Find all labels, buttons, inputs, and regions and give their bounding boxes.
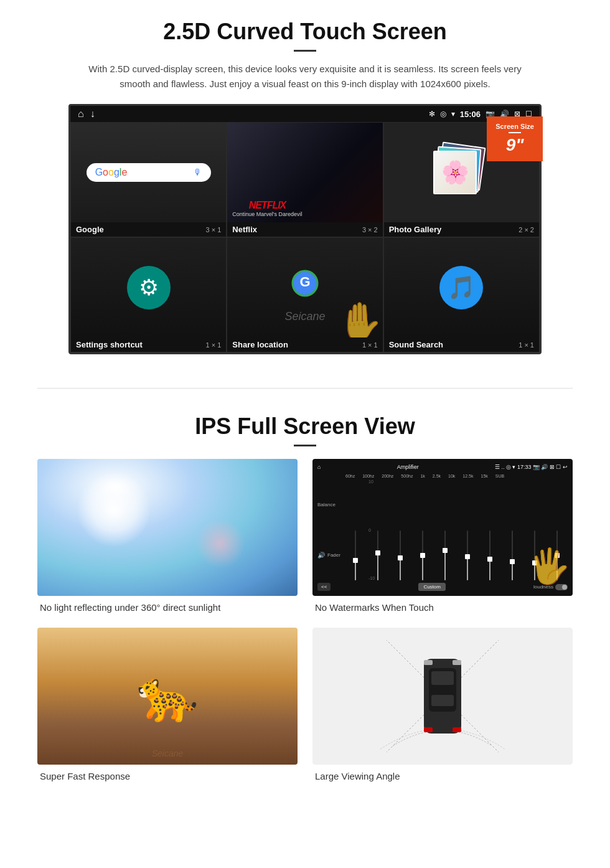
slider-thumb-5[interactable] — [443, 548, 448, 553]
section2-divider — [294, 445, 316, 446]
sunlight-image-box — [37, 459, 298, 596]
freq-1k: 1k — [420, 474, 425, 478]
slider-thumb-8[interactable] — [510, 559, 515, 564]
sound-label: Sound Search — [389, 340, 443, 349]
slider-fill-4 — [422, 555, 423, 580]
maps-icon-svg: G — [289, 268, 321, 305]
settings-label-row: Settings shortcut 1 × 1 — [71, 337, 226, 352]
amp-labels-col: Balance 🔊 Fader — [317, 479, 342, 580]
slider-fill-3 — [400, 558, 401, 580]
sunlight-glare — [77, 473, 151, 547]
freq-10k: 10k — [448, 474, 455, 478]
ips-car-item: Large Viewing Angle — [312, 628, 573, 781]
amp-scale: 10 0 -10 — [368, 479, 375, 580]
slider-5[interactable] — [434, 531, 455, 580]
slider-fill-5 — [444, 550, 446, 580]
netflix-bg: ▶ NETFLIX Continue Marvel's Daredevil — [227, 123, 382, 222]
seicane-watermark: Seicane — [152, 748, 184, 758]
amp-balance-text: Balance — [317, 502, 336, 507]
freq-60: 60hz — [345, 474, 355, 478]
slider-fill-7 — [489, 559, 490, 580]
share-label: Share location — [232, 340, 288, 349]
sound-bg: 🎵 — [384, 238, 539, 337]
google-search-bar[interactable]: Google 🎙 — [87, 163, 211, 182]
status-time: 15:06 — [460, 110, 481, 119]
amplifier-bg: ⌂ Amplifier ☰ .. ◎ ▾ 17:33 📷 🔊 ⊠ ☐ ↩ 60h… — [312, 459, 573, 596]
cheetah-icon: 🐆 — [136, 667, 199, 725]
home-icon: ⌂ — [78, 108, 84, 120]
netflix-logo: NETFLIX — [232, 200, 302, 211]
slider-track-3 — [400, 531, 401, 580]
section2-title: IPS Full Screen View — [37, 413, 573, 440]
slider-thumb-7[interactable] — [487, 557, 492, 562]
netflix-size: 3 × 2 — [362, 226, 378, 234]
amp-sliders: 10 0 -10 — [345, 479, 568, 580]
amp-freq-labels: 60hz 100hz 200hz 500hz 1k 2.5k 10k 12.5k… — [345, 474, 568, 478]
app-cell-sound[interactable]: 🎵 Sound Search 1 × 1 — [383, 237, 540, 352]
slider-track-5 — [444, 531, 446, 580]
slider-6[interactable] — [457, 531, 477, 580]
app-cell-google[interactable]: Google 🎙 Google 3 × 1 — [70, 122, 227, 237]
settings-icon: ⚙ — [127, 266, 171, 309]
slider-thumb-1[interactable] — [353, 558, 358, 563]
google-label-row: Google 3 × 1 — [71, 222, 226, 237]
google-logo: Google — [95, 167, 128, 178]
settings-size: 1 × 1 — [206, 341, 222, 349]
amp-hand-icon: 🖐 — [528, 546, 571, 587]
amp-custom-btn[interactable]: Custom — [418, 583, 446, 591]
settings-bg: ⚙ — [71, 238, 226, 337]
amp-prev-btn[interactable]: << — [317, 583, 331, 591]
google-content: Google 🎙 — [71, 123, 226, 222]
amp-icons: ☰ .. ◎ ▾ 17:33 📷 🔊 ⊠ ☐ ↩ — [495, 464, 568, 470]
slider-thumb-6[interactable] — [465, 554, 470, 559]
svg-rect-12 — [424, 660, 433, 665]
section-curved-touch: 2.5D Curved Touch Screen With 2.5D curve… — [0, 0, 610, 369]
screen-size-badge: Screen Size 9" — [487, 116, 543, 161]
slider-3[interactable] — [390, 531, 410, 580]
slider-4[interactable] — [412, 531, 433, 580]
status-bar: ⌂ ↓ ✻ ◎ ▾ 15:06 📷 🔊 ⊠ ☐ — [70, 106, 540, 122]
cheetah-image-box: 🐆 Seicane — [37, 628, 298, 765]
slider-track-8 — [512, 531, 513, 580]
app-cell-netflix[interactable]: ▶ NETFLIX Continue Marvel's Daredevil Ne… — [227, 122, 383, 237]
amp-balance-label: Balance — [317, 502, 342, 507]
sound-content: 🎵 — [384, 238, 539, 337]
netflix-label: Netflix — [232, 225, 257, 234]
android-screen: ⌂ ↓ ✻ ◎ ▾ 15:06 📷 🔊 ⊠ ☐ — [68, 104, 542, 354]
ips-grid: No light reflecting under 360° direct su… — [37, 459, 573, 781]
svg-rect-11 — [431, 695, 454, 706]
gallery-label: Photo Gallery — [389, 225, 442, 234]
badge-label: Screen Size — [495, 123, 534, 130]
svg-rect-14 — [424, 727, 433, 732]
google-size: 3 × 1 — [206, 226, 222, 234]
share-inner: G 🤚 — [227, 238, 382, 337]
share-size: 1 × 1 — [362, 341, 378, 349]
netflix-label-row: Netflix 3 × 2 — [227, 222, 382, 237]
app-cell-share[interactable]: G 🤚 Share location 1 × 1 — [227, 237, 383, 352]
slider-track-1 — [355, 531, 356, 580]
slider-1[interactable] — [345, 531, 365, 580]
sound-size: 1 × 1 — [518, 341, 534, 349]
freq-200: 200hz — [382, 474, 393, 478]
gallery-img-3: 🌸 — [433, 151, 477, 194]
maps-icon-container: G — [289, 268, 321, 308]
svg-text:G: G — [299, 274, 310, 290]
amp-content: Balance 🔊 Fader 10 0 — [317, 479, 568, 580]
netflix-content: ▶ NETFLIX Continue Marvel's Daredevil — [227, 123, 382, 222]
slider-thumb-4[interactable] — [420, 553, 425, 558]
app-cell-settings[interactable]: ⚙ Settings shortcut 1 × 1 — [70, 237, 227, 352]
amp-fader-label: 🔊 Fader — [317, 552, 342, 559]
share-label-row: Share location 1 × 1 — [227, 337, 382, 352]
slider-fill-8 — [512, 562, 513, 580]
slider-thumb-3[interactable] — [398, 555, 403, 560]
usb-icon: ↓ — [90, 108, 95, 120]
ips-cheetah-item: 🐆 Seicane Super Fast Response — [37, 628, 298, 781]
mic-icon[interactable]: 🎙 — [194, 167, 202, 177]
google-bg: Google 🎙 — [71, 123, 226, 222]
settings-content: ⚙ — [71, 238, 226, 337]
status-left-icons: ⌂ ↓ — [78, 108, 95, 120]
slider-thumb-2[interactable] — [375, 550, 380, 555]
slider-8[interactable] — [502, 531, 523, 580]
slider-7[interactable] — [480, 531, 500, 580]
freq-500: 500hz — [401, 474, 413, 478]
